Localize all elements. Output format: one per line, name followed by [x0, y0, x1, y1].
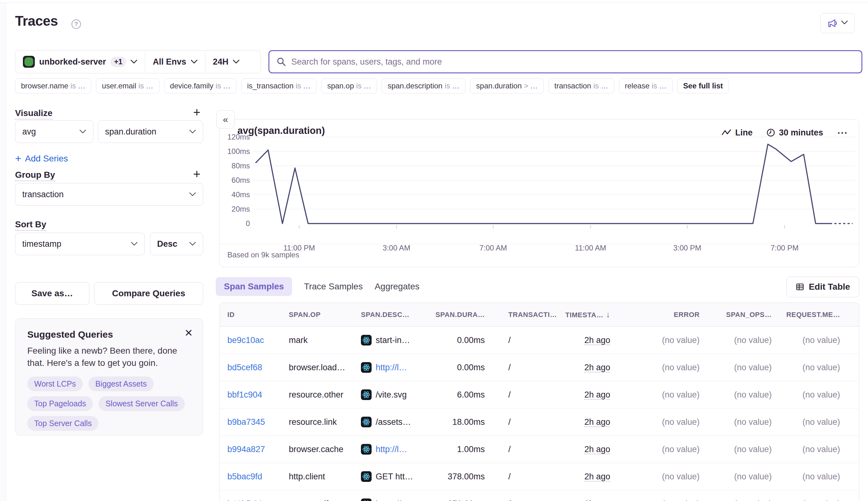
table-row: b994a827 browser.cache http://l… 1.00ms … [220, 436, 859, 463]
error-value: (no value) [610, 390, 700, 400]
filter-chip[interactable]: span.opis... [321, 78, 377, 94]
search-icon [276, 57, 286, 67]
span-description[interactable]: http://l… [353, 444, 417, 455]
tab-aggregates[interactable]: Aggregates [375, 281, 420, 291]
project-name: unborked-server [39, 57, 106, 67]
span-id-link[interactable]: b9ba7345 [220, 417, 281, 427]
sort-direction-select[interactable]: Desc [150, 233, 203, 255]
filter-chip[interactable]: user.emailis... [96, 78, 159, 94]
close-icon[interactable]: ✕ [184, 328, 193, 338]
request-method-value: (no value) [772, 417, 859, 427]
table-row: b9ba7345 resource.link /assets… 18.00ms … [220, 408, 859, 436]
column-header-transaction[interactable]: TRANSACTI… [485, 311, 557, 319]
column-header-span-ops[interactable]: SPAN_OPS… [700, 311, 772, 319]
filter-chip[interactable]: span.duration>... [470, 78, 543, 94]
see-full-list-button[interactable]: See full list [677, 78, 729, 94]
column-header-id[interactable]: ID [220, 311, 281, 319]
suggested-query-pill[interactable]: Biggest Assets [88, 376, 154, 391]
transaction-value[interactable]: / [485, 445, 557, 454]
column-header-span-description[interactable]: SPAN.DESC… [353, 311, 417, 319]
span-op: resource.ifra… [281, 499, 353, 501]
search-bar[interactable] [268, 50, 862, 73]
span-id-link[interactable]: b994a827 [220, 445, 281, 454]
transaction-value[interactable]: / [485, 417, 557, 427]
chevron-down-icon [130, 60, 137, 64]
span-id-link[interactable]: bbf1c904 [220, 390, 281, 400]
table-icon [796, 283, 804, 291]
tab-trace-samples[interactable]: Trace Samples [304, 281, 362, 291]
chart-plot-area[interactable] [253, 133, 855, 231]
span-description[interactable]: GET htt… [353, 471, 417, 482]
column-header-timestamp[interactable]: TIMESTA…↓ [557, 310, 610, 319]
tab-span-samples[interactable]: Span Samples [216, 277, 292, 296]
visualize-field-select[interactable]: span.duration [98, 120, 203, 143]
save-as-button[interactable]: Save as… [15, 282, 89, 305]
environment-selector[interactable]: All Envs [145, 51, 205, 73]
x-axis-tick-label: 11:00 AM [575, 244, 606, 252]
sort-field-select[interactable]: timestamp [15, 233, 145, 255]
transaction-value[interactable]: / [485, 335, 557, 345]
transaction-value[interactable]: / [485, 363, 557, 372]
column-header-span-duration[interactable]: SPAN.DURA… [417, 311, 485, 319]
request-method-value: (no value) [772, 499, 859, 501]
x-axis-tick-label: 3:00 AM [383, 244, 410, 252]
filter-chip[interactable]: span.descriptionis... [382, 78, 465, 94]
react-platform-icon [361, 362, 372, 373]
span-ops-value: (no value) [700, 363, 772, 372]
filter-chip[interactable]: transactionis... [549, 78, 614, 94]
collapsed-nav-rail [0, 3, 6, 501]
add-visualize-icon[interactable]: + [193, 106, 200, 118]
suggested-query-pill[interactable]: Top Server Calls [27, 416, 98, 431]
divider [220, 244, 859, 244]
span-description[interactable]: https://… [353, 499, 417, 501]
filter-chip[interactable]: releaseis... [619, 78, 673, 94]
collapse-sidebar-button[interactable]: « [216, 110, 235, 129]
visualize-label: Visualize [15, 108, 52, 118]
y-axis-tick-label: 40ms [231, 190, 250, 199]
group-by-label: Group By [15, 170, 55, 180]
span-id-link[interactable]: bd5cef68 [220, 363, 281, 372]
span-id-link[interactable]: be9c10ac [220, 335, 281, 345]
time-range-selector[interactable]: 24H [205, 51, 247, 73]
span-id-link[interactable]: b5bac9fd [220, 472, 281, 482]
filter-chip[interactable]: device.familyis... [164, 78, 236, 94]
add-series-button[interactable]: + Add Series [15, 152, 68, 164]
add-group-by-icon[interactable]: + [193, 168, 200, 180]
time-range-label: 24H [213, 57, 229, 67]
suggested-query-pill[interactable]: Worst LCPs [27, 376, 83, 391]
suggested-queries-body: Feeling like a newb? Been there, done th… [27, 345, 191, 369]
search-input[interactable] [291, 57, 855, 67]
span-description[interactable]: start-in… [353, 335, 417, 345]
span-duration: 18.00ms [417, 417, 485, 427]
y-axis-tick-label: 80ms [231, 161, 250, 170]
suggested-query-pill[interactable]: Slowest Server Calls [98, 396, 185, 411]
aggregate-select[interactable]: avg [15, 120, 94, 143]
span-description[interactable]: http://l… [353, 362, 417, 373]
error-value: (no value) [610, 445, 700, 454]
span-id-link[interactable]: b41bfb26 [220, 499, 281, 501]
span-ops-value: (no value) [700, 499, 772, 501]
compare-queries-button[interactable]: Compare Queries [94, 282, 203, 305]
transaction-value[interactable]: / [485, 390, 557, 400]
span-description[interactable]: /vite.svg [353, 390, 417, 400]
help-icon[interactable]: ? [72, 19, 81, 29]
error-value: (no value) [610, 417, 700, 427]
chevron-down-icon [131, 242, 138, 246]
traces-page: Traces ? unborked-server +1 All Envs 24H [0, 0, 868, 501]
suggested-query-pill[interactable]: Top Pageloads [27, 396, 93, 411]
group-by-select[interactable]: transaction [15, 183, 203, 206]
project-selector[interactable]: unborked-server +1 [15, 51, 145, 73]
transaction-value[interactable]: / [485, 499, 557, 501]
edit-table-button[interactable]: Edit Table [786, 277, 859, 297]
span-description[interactable]: /assets… [353, 417, 417, 427]
project-extra-count: +1 [110, 57, 126, 67]
column-header-error[interactable]: ERROR [610, 311, 700, 319]
column-header-span-op[interactable]: SPAN.OP [281, 311, 353, 319]
filter-chip[interactable]: is_transactionis... [241, 78, 316, 94]
megaphone-icon [827, 19, 838, 28]
feedback-button[interactable] [821, 13, 855, 33]
filter-chip[interactable]: browser.nameis... [15, 78, 91, 94]
transaction-value[interactable]: / [485, 472, 557, 482]
page-title: Traces [15, 13, 58, 29]
column-header-request-method[interactable]: REQUEST.ME… [772, 311, 859, 319]
